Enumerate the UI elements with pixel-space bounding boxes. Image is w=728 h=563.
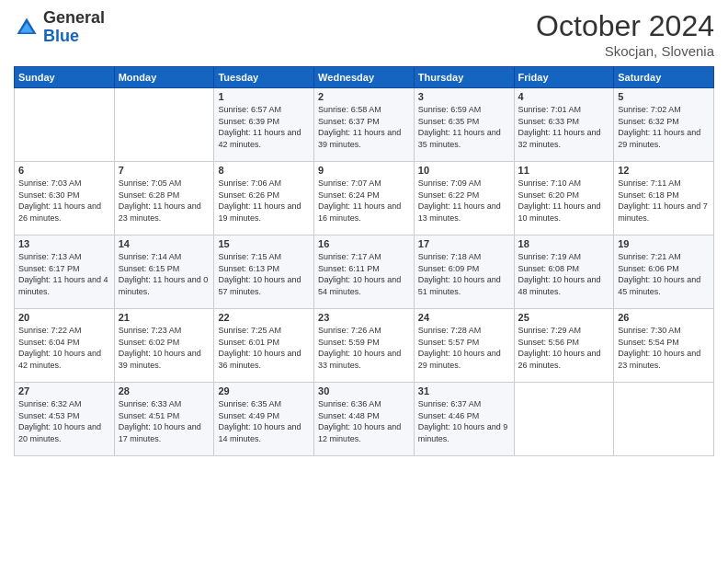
calendar-cell: 17Sunrise: 7:18 AMSunset: 6:09 PMDayligh…: [414, 236, 514, 309]
calendar-cell: 6Sunrise: 7:03 AMSunset: 6:30 PMDaylight…: [15, 162, 115, 236]
day-number: 27: [18, 385, 110, 396]
calendar-cell: 14Sunrise: 7:14 AMSunset: 6:15 PMDayligh…: [114, 236, 214, 309]
day-info: Sunrise: 6:35 AMSunset: 4:49 PMDaylight:…: [218, 398, 310, 444]
weekday-header: Friday: [514, 67, 614, 88]
day-number: 9: [318, 165, 410, 176]
day-number: 18: [518, 238, 610, 249]
calendar-cell: 27Sunrise: 6:32 AMSunset: 4:53 PMDayligh…: [15, 383, 115, 456]
month-title: October 2024: [536, 9, 714, 43]
day-info: Sunrise: 7:30 AMSunset: 5:54 PMDaylight:…: [618, 325, 710, 371]
day-info: Sunrise: 7:22 AMSunset: 6:04 PMDaylight:…: [18, 325, 110, 371]
day-number: 21: [119, 312, 210, 323]
weekday-header: Monday: [114, 67, 214, 88]
calendar-cell: 9Sunrise: 7:07 AMSunset: 6:24 PMDaylight…: [314, 162, 415, 236]
calendar-cell: 16Sunrise: 7:17 AMSunset: 6:11 PMDayligh…: [314, 236, 415, 309]
weekday-header: Sunday: [15, 67, 115, 88]
calendar-week-row: 13Sunrise: 7:13 AMSunset: 6:17 PMDayligh…: [15, 236, 714, 309]
day-info: Sunrise: 7:21 AMSunset: 6:06 PMDaylight:…: [618, 251, 710, 297]
day-number: 6: [18, 165, 110, 176]
calendar-cell: 12Sunrise: 7:11 AMSunset: 6:18 PMDayligh…: [614, 162, 714, 236]
day-info: Sunrise: 7:28 AMSunset: 5:57 PMDaylight:…: [418, 325, 510, 371]
calendar-cell: 11Sunrise: 7:10 AMSunset: 6:20 PMDayligh…: [514, 162, 614, 236]
logo-text: General Blue: [43, 9, 105, 46]
day-number: 30: [318, 385, 410, 396]
day-number: 28: [119, 385, 210, 396]
calendar-cell: 10Sunrise: 7:09 AMSunset: 6:22 PMDayligh…: [414, 162, 514, 236]
day-info: Sunrise: 7:13 AMSunset: 6:17 PMDaylight:…: [18, 251, 110, 297]
day-info: Sunrise: 7:29 AMSunset: 5:56 PMDaylight:…: [518, 325, 610, 371]
calendar-cell: 18Sunrise: 7:19 AMSunset: 6:08 PMDayligh…: [514, 236, 614, 309]
calendar-cell: 26Sunrise: 7:30 AMSunset: 5:54 PMDayligh…: [614, 309, 714, 383]
calendar-cell: [15, 88, 115, 162]
calendar-table: SundayMondayTuesdayWednesdayThursdayFrid…: [14, 66, 714, 456]
header: General Blue October 2024 Skocjan, Slove…: [14, 9, 714, 59]
day-number: 25: [518, 312, 610, 323]
day-number: 20: [18, 312, 110, 323]
calendar-cell: 22Sunrise: 7:25 AMSunset: 6:01 PMDayligh…: [214, 309, 314, 383]
day-info: Sunrise: 7:05 AMSunset: 6:28 PMDaylight:…: [119, 178, 210, 224]
day-info: Sunrise: 7:14 AMSunset: 6:15 PMDaylight:…: [119, 251, 210, 297]
calendar-cell: 8Sunrise: 7:06 AMSunset: 6:26 PMDaylight…: [214, 162, 314, 236]
logo-blue: Blue: [43, 27, 79, 45]
calendar-cell: 2Sunrise: 6:58 AMSunset: 6:37 PMDaylight…: [314, 88, 415, 162]
day-info: Sunrise: 6:57 AMSunset: 6:39 PMDaylight:…: [218, 104, 310, 150]
calendar-cell: 15Sunrise: 7:15 AMSunset: 6:13 PMDayligh…: [214, 236, 314, 309]
calendar-cell: 13Sunrise: 7:13 AMSunset: 6:17 PMDayligh…: [15, 236, 115, 309]
logo: General Blue: [14, 9, 105, 46]
day-info: Sunrise: 7:06 AMSunset: 6:26 PMDaylight:…: [218, 178, 310, 224]
day-info: Sunrise: 7:03 AMSunset: 6:30 PMDaylight:…: [18, 178, 110, 224]
day-info: Sunrise: 6:58 AMSunset: 6:37 PMDaylight:…: [318, 104, 410, 150]
day-number: 5: [618, 91, 710, 102]
day-info: Sunrise: 6:33 AMSunset: 4:51 PMDaylight:…: [119, 398, 210, 444]
calendar-cell: 20Sunrise: 7:22 AMSunset: 6:04 PMDayligh…: [15, 309, 115, 383]
day-number: 12: [618, 165, 710, 176]
day-number: 29: [218, 385, 310, 396]
calendar-cell: 7Sunrise: 7:05 AMSunset: 6:28 PMDaylight…: [114, 162, 214, 236]
weekday-header: Tuesday: [214, 67, 314, 88]
calendar-cell: 1Sunrise: 6:57 AMSunset: 6:39 PMDaylight…: [214, 88, 314, 162]
day-info: Sunrise: 6:36 AMSunset: 4:48 PMDaylight:…: [318, 398, 410, 444]
calendar-container: General Blue October 2024 Skocjan, Slove…: [0, 0, 728, 465]
day-number: 8: [218, 165, 310, 176]
day-info: Sunrise: 7:18 AMSunset: 6:09 PMDaylight:…: [418, 251, 510, 297]
calendar-cell: 21Sunrise: 7:23 AMSunset: 6:02 PMDayligh…: [114, 309, 214, 383]
logo-general: General: [43, 8, 105, 27]
calendar-cell: 19Sunrise: 7:21 AMSunset: 6:06 PMDayligh…: [614, 236, 714, 309]
day-number: 13: [18, 238, 110, 249]
day-info: Sunrise: 7:01 AMSunset: 6:33 PMDaylight:…: [518, 104, 610, 150]
day-number: 17: [418, 238, 510, 249]
calendar-cell: 30Sunrise: 6:36 AMSunset: 4:48 PMDayligh…: [314, 383, 415, 456]
day-info: Sunrise: 7:26 AMSunset: 5:59 PMDaylight:…: [318, 325, 410, 371]
calendar-cell: 3Sunrise: 6:59 AMSunset: 6:35 PMDaylight…: [414, 88, 514, 162]
day-info: Sunrise: 7:19 AMSunset: 6:08 PMDaylight:…: [518, 251, 610, 297]
day-number: 2: [318, 91, 410, 102]
day-number: 3: [418, 91, 510, 102]
day-info: Sunrise: 7:02 AMSunset: 6:32 PMDaylight:…: [618, 104, 710, 150]
day-info: Sunrise: 6:37 AMSunset: 4:46 PMDaylight:…: [418, 398, 510, 444]
day-number: 11: [518, 165, 610, 176]
calendar-cell: 28Sunrise: 6:33 AMSunset: 4:51 PMDayligh…: [114, 383, 214, 456]
calendar-cell: 23Sunrise: 7:26 AMSunset: 5:59 PMDayligh…: [314, 309, 415, 383]
day-number: 31: [418, 385, 510, 396]
day-number: 10: [418, 165, 510, 176]
day-number: 1: [218, 91, 310, 102]
calendar-cell: 29Sunrise: 6:35 AMSunset: 4:49 PMDayligh…: [214, 383, 314, 456]
day-number: 14: [119, 238, 210, 249]
day-number: 24: [418, 312, 510, 323]
calendar-cell: 4Sunrise: 7:01 AMSunset: 6:33 PMDaylight…: [514, 88, 614, 162]
calendar-week-row: 27Sunrise: 6:32 AMSunset: 4:53 PMDayligh…: [15, 383, 714, 456]
day-info: Sunrise: 7:17 AMSunset: 6:11 PMDaylight:…: [318, 251, 410, 297]
day-number: 26: [618, 312, 710, 323]
weekday-header-row: SundayMondayTuesdayWednesdayThursdayFrid…: [15, 67, 714, 88]
weekday-header: Thursday: [414, 67, 514, 88]
calendar-week-row: 6Sunrise: 7:03 AMSunset: 6:30 PMDaylight…: [15, 162, 714, 236]
title-block: October 2024 Skocjan, Slovenia: [536, 9, 714, 59]
day-info: Sunrise: 7:07 AMSunset: 6:24 PMDaylight:…: [318, 178, 410, 224]
calendar-cell: 5Sunrise: 7:02 AMSunset: 6:32 PMDaylight…: [614, 88, 714, 162]
logo-icon: [14, 15, 40, 40]
calendar-cell: 24Sunrise: 7:28 AMSunset: 5:57 PMDayligh…: [414, 309, 514, 383]
calendar-week-row: 20Sunrise: 7:22 AMSunset: 6:04 PMDayligh…: [15, 309, 714, 383]
day-info: Sunrise: 7:25 AMSunset: 6:01 PMDaylight:…: [218, 325, 310, 371]
calendar-cell: [514, 383, 614, 456]
calendar-cell: 31Sunrise: 6:37 AMSunset: 4:46 PMDayligh…: [414, 383, 514, 456]
